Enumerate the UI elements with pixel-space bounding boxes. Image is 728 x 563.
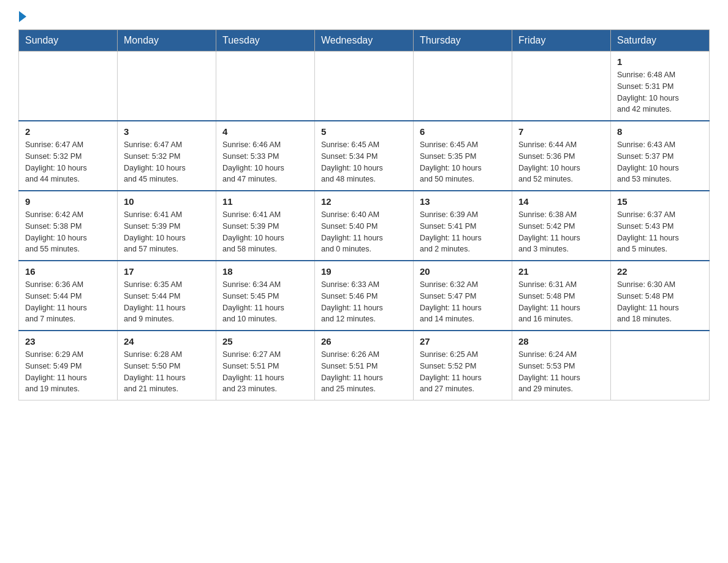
calendar-day-cell	[118, 52, 216, 121]
calendar-day-cell: 21Sunrise: 6:31 AMSunset: 5:48 PMDayligh…	[512, 261, 611, 331]
calendar-week-row: 16Sunrise: 6:36 AMSunset: 5:44 PMDayligh…	[19, 261, 710, 331]
day-info: Sunrise: 6:32 AMSunset: 5:47 PMDaylight:…	[420, 279, 506, 325]
day-number: 2	[25, 126, 111, 137]
day-info: Sunrise: 6:31 AMSunset: 5:48 PMDaylight:…	[518, 279, 604, 325]
day-info: Sunrise: 6:30 AMSunset: 5:48 PMDaylight:…	[617, 279, 703, 325]
calendar-day-cell: 18Sunrise: 6:34 AMSunset: 5:45 PMDayligh…	[216, 261, 315, 331]
calendar-day-cell: 17Sunrise: 6:35 AMSunset: 5:44 PMDayligh…	[118, 261, 216, 331]
day-info: Sunrise: 6:33 AMSunset: 5:46 PMDaylight:…	[321, 279, 407, 325]
day-number: 27	[420, 336, 506, 347]
calendar-day-cell: 11Sunrise: 6:41 AMSunset: 5:39 PMDayligh…	[216, 191, 315, 261]
day-info: Sunrise: 6:47 AMSunset: 5:32 PMDaylight:…	[124, 139, 210, 185]
calendar-week-row: 23Sunrise: 6:29 AMSunset: 5:49 PMDayligh…	[19, 331, 710, 400]
calendar-week-row: 2Sunrise: 6:47 AMSunset: 5:32 PMDaylight…	[19, 121, 710, 191]
day-number: 9	[25, 196, 111, 207]
calendar-day-cell	[414, 52, 512, 121]
calendar-day-cell: 7Sunrise: 6:44 AMSunset: 5:36 PMDaylight…	[512, 121, 611, 191]
day-number: 28	[518, 336, 604, 347]
day-number: 11	[222, 196, 308, 207]
day-number: 6	[420, 126, 506, 137]
logo-arrow-icon	[19, 11, 26, 22]
calendar-day-cell: 20Sunrise: 6:32 AMSunset: 5:47 PMDayligh…	[414, 261, 512, 331]
day-info: Sunrise: 6:25 AMSunset: 5:52 PMDaylight:…	[420, 349, 506, 395]
day-info: Sunrise: 6:41 AMSunset: 5:39 PMDaylight:…	[222, 209, 308, 255]
day-number: 25	[222, 336, 308, 347]
day-info: Sunrise: 6:29 AMSunset: 5:49 PMDaylight:…	[25, 349, 111, 395]
day-info: Sunrise: 6:42 AMSunset: 5:38 PMDaylight:…	[25, 209, 111, 255]
weekday-header-wednesday: Wednesday	[315, 30, 414, 52]
day-number: 5	[321, 126, 407, 137]
day-number: 12	[321, 196, 407, 207]
day-number: 26	[321, 336, 407, 347]
calendar-day-cell: 5Sunrise: 6:45 AMSunset: 5:34 PMDaylight…	[315, 121, 414, 191]
calendar-day-cell: 27Sunrise: 6:25 AMSunset: 5:52 PMDayligh…	[414, 331, 512, 400]
calendar-table: SundayMondayTuesdayWednesdayThursdayFrid…	[18, 29, 710, 400]
day-number: 16	[25, 266, 111, 277]
calendar-day-cell: 1Sunrise: 6:48 AMSunset: 5:31 PMDaylight…	[611, 52, 710, 121]
calendar-header-row: SundayMondayTuesdayWednesdayThursdayFrid…	[19, 30, 710, 52]
day-number: 8	[617, 126, 703, 137]
calendar-day-cell: 13Sunrise: 6:39 AMSunset: 5:41 PMDayligh…	[414, 191, 512, 261]
day-info: Sunrise: 6:45 AMSunset: 5:34 PMDaylight:…	[321, 139, 407, 185]
calendar-day-cell: 4Sunrise: 6:46 AMSunset: 5:33 PMDaylight…	[216, 121, 315, 191]
day-number: 4	[222, 126, 308, 137]
calendar-day-cell	[315, 52, 414, 121]
calendar-week-row: 9Sunrise: 6:42 AMSunset: 5:38 PMDaylight…	[19, 191, 710, 261]
calendar-day-cell: 15Sunrise: 6:37 AMSunset: 5:43 PMDayligh…	[611, 191, 710, 261]
day-info: Sunrise: 6:45 AMSunset: 5:35 PMDaylight:…	[420, 139, 506, 185]
calendar-day-cell: 24Sunrise: 6:28 AMSunset: 5:50 PMDayligh…	[118, 331, 216, 400]
day-info: Sunrise: 6:35 AMSunset: 5:44 PMDaylight:…	[124, 279, 210, 325]
day-number: 1	[617, 56, 703, 67]
day-info: Sunrise: 6:28 AMSunset: 5:50 PMDaylight:…	[124, 349, 210, 395]
calendar-day-cell: 28Sunrise: 6:24 AMSunset: 5:53 PMDayligh…	[512, 331, 611, 400]
day-info: Sunrise: 6:44 AMSunset: 5:36 PMDaylight:…	[518, 139, 604, 185]
day-info: Sunrise: 6:24 AMSunset: 5:53 PMDaylight:…	[518, 349, 604, 395]
calendar-day-cell: 6Sunrise: 6:45 AMSunset: 5:35 PMDaylight…	[414, 121, 512, 191]
calendar-day-cell: 14Sunrise: 6:38 AMSunset: 5:42 PMDayligh…	[512, 191, 611, 261]
day-number: 21	[518, 266, 604, 277]
calendar-day-cell: 10Sunrise: 6:41 AMSunset: 5:39 PMDayligh…	[118, 191, 216, 261]
calendar-day-cell: 8Sunrise: 6:43 AMSunset: 5:37 PMDaylight…	[611, 121, 710, 191]
day-number: 22	[617, 266, 703, 277]
calendar-week-row: 1Sunrise: 6:48 AMSunset: 5:31 PMDaylight…	[19, 52, 710, 121]
calendar-day-cell	[611, 331, 710, 400]
calendar-day-cell: 25Sunrise: 6:27 AMSunset: 5:51 PMDayligh…	[216, 331, 315, 400]
day-info: Sunrise: 6:36 AMSunset: 5:44 PMDaylight:…	[25, 279, 111, 325]
calendar-day-cell: 16Sunrise: 6:36 AMSunset: 5:44 PMDayligh…	[19, 261, 118, 331]
day-info: Sunrise: 6:43 AMSunset: 5:37 PMDaylight:…	[617, 139, 703, 185]
page-header	[18, 12, 710, 23]
day-info: Sunrise: 6:47 AMSunset: 5:32 PMDaylight:…	[25, 139, 111, 185]
day-number: 24	[124, 336, 210, 347]
day-number: 20	[420, 266, 506, 277]
day-info: Sunrise: 6:48 AMSunset: 5:31 PMDaylight:…	[617, 69, 703, 115]
calendar-day-cell: 3Sunrise: 6:47 AMSunset: 5:32 PMDaylight…	[118, 121, 216, 191]
day-info: Sunrise: 6:41 AMSunset: 5:39 PMDaylight:…	[124, 209, 210, 255]
calendar-day-cell: 12Sunrise: 6:40 AMSunset: 5:40 PMDayligh…	[315, 191, 414, 261]
day-number: 14	[518, 196, 604, 207]
day-info: Sunrise: 6:39 AMSunset: 5:41 PMDaylight:…	[420, 209, 506, 255]
weekday-header-tuesday: Tuesday	[216, 30, 315, 52]
calendar-day-cell	[512, 52, 611, 121]
day-number: 13	[420, 196, 506, 207]
day-number: 3	[124, 126, 210, 137]
day-number: 17	[124, 266, 210, 277]
calendar-day-cell	[216, 52, 315, 121]
calendar-day-cell	[19, 52, 118, 121]
day-number: 10	[124, 196, 210, 207]
calendar-day-cell: 23Sunrise: 6:29 AMSunset: 5:49 PMDayligh…	[19, 331, 118, 400]
weekday-header-saturday: Saturday	[611, 30, 710, 52]
day-info: Sunrise: 6:27 AMSunset: 5:51 PMDaylight:…	[222, 349, 308, 395]
day-info: Sunrise: 6:26 AMSunset: 5:51 PMDaylight:…	[321, 349, 407, 395]
calendar-day-cell: 19Sunrise: 6:33 AMSunset: 5:46 PMDayligh…	[315, 261, 414, 331]
day-info: Sunrise: 6:34 AMSunset: 5:45 PMDaylight:…	[222, 279, 308, 325]
weekday-header-sunday: Sunday	[19, 30, 118, 52]
weekday-header-friday: Friday	[512, 30, 611, 52]
day-info: Sunrise: 6:37 AMSunset: 5:43 PMDaylight:…	[617, 209, 703, 255]
logo	[18, 12, 26, 23]
day-number: 23	[25, 336, 111, 347]
day-info: Sunrise: 6:38 AMSunset: 5:42 PMDaylight:…	[518, 209, 604, 255]
calendar-day-cell: 9Sunrise: 6:42 AMSunset: 5:38 PMDaylight…	[19, 191, 118, 261]
calendar-day-cell: 2Sunrise: 6:47 AMSunset: 5:32 PMDaylight…	[19, 121, 118, 191]
calendar-day-cell: 26Sunrise: 6:26 AMSunset: 5:51 PMDayligh…	[315, 331, 414, 400]
day-number: 19	[321, 266, 407, 277]
